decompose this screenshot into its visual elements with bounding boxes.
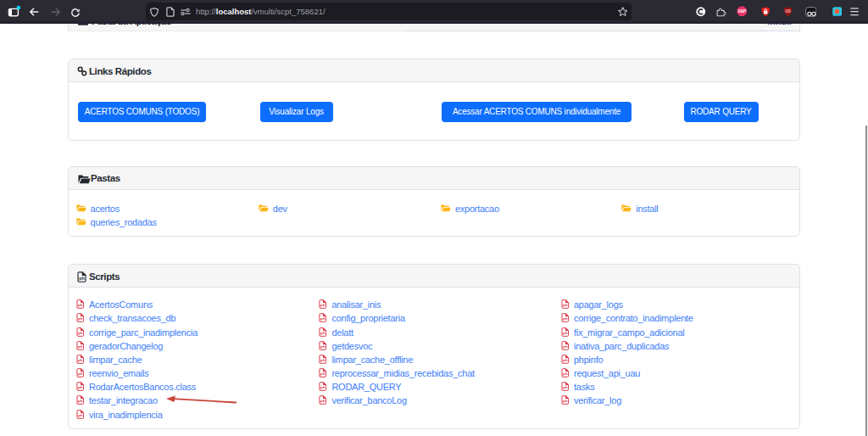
svg-text:ph: ph bbox=[562, 317, 567, 321]
svg-text:ph: ph bbox=[320, 358, 326, 362]
svg-text:ph: ph bbox=[320, 304, 326, 308]
svg-text:ph: ph bbox=[77, 413, 82, 417]
svg-text:ph: ph bbox=[77, 372, 82, 377]
svg-text:ph: ph bbox=[562, 372, 567, 377]
svg-text:UD: UD bbox=[785, 9, 791, 14]
svg-text:ph: ph bbox=[562, 358, 567, 362]
svg-text:ph: ph bbox=[320, 386, 326, 390]
svg-text:ph: ph bbox=[77, 400, 82, 404]
svg-text:ph: ph bbox=[562, 304, 567, 308]
svg-text:ph: ph bbox=[77, 358, 82, 362]
svg-text:ph: ph bbox=[562, 344, 567, 349]
svg-text:ph: ph bbox=[79, 276, 84, 281]
svg-text:ph: ph bbox=[77, 331, 82, 335]
svg-text:ph: ph bbox=[77, 344, 82, 349]
svg-text:ph: ph bbox=[320, 400, 326, 404]
svg-text:ph: ph bbox=[320, 344, 326, 349]
svg-text:ABP: ABP bbox=[738, 9, 746, 14]
svg-text:ph: ph bbox=[562, 386, 567, 390]
svg-text:ph: ph bbox=[320, 372, 326, 377]
svg-text:ph: ph bbox=[77, 304, 82, 308]
svg-text:ph: ph bbox=[562, 331, 567, 335]
svg-text:ph: ph bbox=[320, 317, 326, 321]
svg-text:ph: ph bbox=[77, 317, 82, 321]
svg-text:ph: ph bbox=[320, 331, 326, 335]
svg-text:ph: ph bbox=[77, 386, 82, 390]
svg-text:ph: ph bbox=[562, 400, 567, 404]
